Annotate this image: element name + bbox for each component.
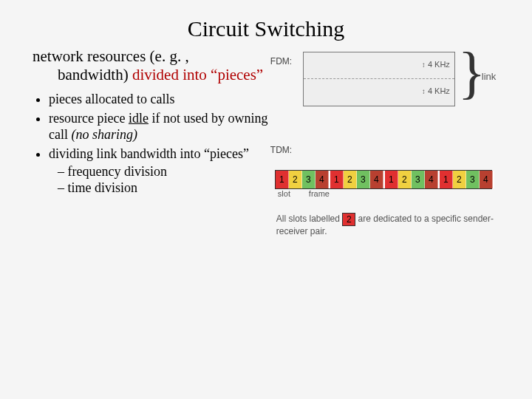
tdm-slot: 3: [302, 171, 316, 188]
b2-idle: idle: [129, 111, 149, 126]
tdm-label: TDM:: [270, 145, 292, 155]
sub-freq: frequency division: [58, 164, 269, 180]
b3: dividing link bandwidth into “pieces”: [49, 146, 249, 161]
tdm-slot: 2: [398, 171, 412, 188]
bullet-2: resource piece idle if not used by ownin…: [49, 111, 269, 143]
right-column: FDM: ↕ 4 KHz ↕ 4 KHz } link TDM: 1 2 3 4: [269, 47, 502, 200]
fdm-label: FDM:: [270, 56, 292, 66]
tdm-slot: 1: [276, 171, 289, 188]
bullet-1: pieces allocated to calls: [49, 92, 269, 108]
khz-2: ↕ 4 KHz: [422, 86, 450, 95]
tdm-slot: 1: [440, 171, 453, 188]
sub-time: time division: [58, 180, 269, 197]
page-title: Circuit Switching: [0, 0, 532, 47]
bullet-list: pieces allocated to calls resource piece…: [33, 92, 269, 197]
tdm-slot: 3: [466, 171, 480, 188]
caption-a: All slots labelled: [276, 214, 342, 224]
b2a: resource piece: [49, 111, 129, 126]
slot-label: slot: [278, 189, 290, 198]
link-label: link: [482, 71, 497, 82]
khz-1: ↕ 4 KHz: [422, 60, 450, 69]
tdm-slot: 3: [357, 171, 370, 188]
tdm-slot: 4: [370, 171, 383, 188]
intro-line1: network resources (e. g. ,: [33, 47, 189, 65]
tdm-slot: 1: [385, 171, 398, 188]
left-column: network resources (e. g. , bandwidth) di…: [33, 47, 269, 200]
b2-no-sharing: (no sharing): [71, 127, 137, 142]
tdm-slot: 3: [412, 171, 425, 188]
tdm-diagram: 1 2 3 4 1 2 3 4 1 2 3 4 1: [275, 170, 492, 189]
intro-line2b: divided into “pieces”: [132, 66, 263, 83]
tdm-slot: 4: [316, 171, 329, 188]
frame-label: frame: [309, 189, 330, 198]
intro-text: network resources (e. g. , bandwidth) di…: [33, 47, 269, 84]
fdm-channel-1: ↕ 4 KHz: [304, 52, 454, 79]
tdm-frame-2: 1 2 3 4: [330, 171, 385, 188]
intro-line2a: bandwidth): [58, 66, 132, 83]
tdm-slot: 4: [425, 171, 438, 188]
tdm-slot: 2: [344, 171, 357, 188]
tdm-frame-4: 1 2 3 4: [440, 171, 494, 188]
tdm-slot: 2: [453, 171, 466, 188]
fdm-channel-2: ↕ 4 KHz: [304, 79, 454, 106]
tdm-caption: All slots labelled 2 are dedicated to a …: [276, 213, 495, 237]
tdm-slot: 1: [330, 171, 344, 188]
tdm-frame-1: 1 2 3 4: [276, 171, 330, 188]
fdm-diagram: ↕ 4 KHz ↕ 4 KHz: [303, 52, 455, 106]
caption-slot-box: 2: [342, 213, 355, 226]
tdm-slot: 2: [289, 171, 302, 188]
tdm-frame-3: 1 2 3 4: [385, 171, 440, 188]
tdm-slot: 4: [480, 171, 493, 188]
bullet-3: dividing link bandwidth into “pieces” fr…: [49, 146, 269, 197]
